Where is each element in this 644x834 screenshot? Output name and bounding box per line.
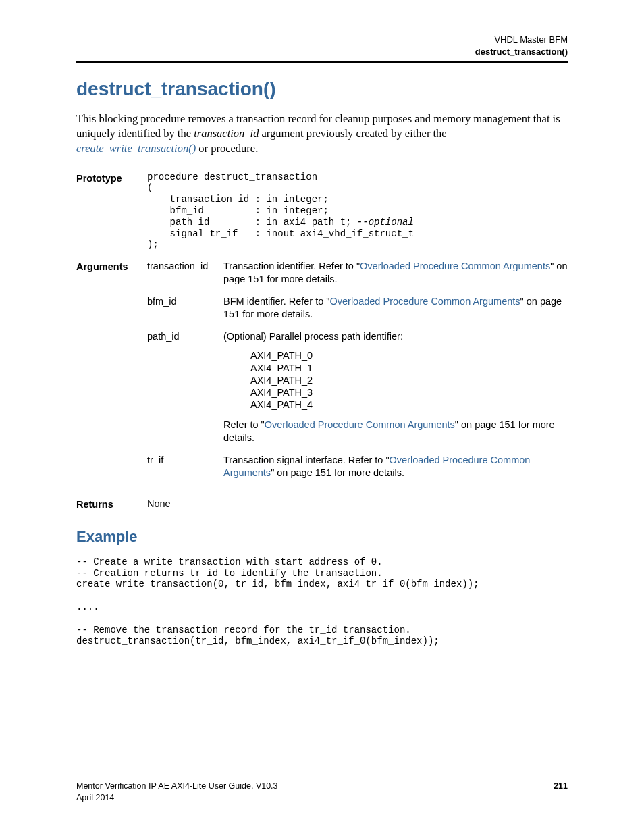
arg-desc-pre: Transaction identifier. Refer to " bbox=[223, 261, 360, 271]
arg-row-transaction-id: transaction_id Transaction identifier. R… bbox=[147, 260, 568, 286]
arg-name: transaction_id bbox=[147, 260, 223, 273]
intro-italic: transaction_id bbox=[194, 127, 259, 140]
arg-desc-post: " on page 151 for more details. bbox=[271, 467, 404, 478]
arguments-section: Arguments transaction_id Transaction ide… bbox=[76, 260, 568, 488]
arg-row-tr-if: tr_if Transaction signal interface. Refe… bbox=[147, 454, 568, 479]
prototype-code: procedure destruct_transaction ( transac… bbox=[147, 172, 568, 251]
overloaded-args-link[interactable]: Overloaded Procedure Common Arguments bbox=[360, 261, 550, 271]
page-title: destruct_transaction() bbox=[76, 76, 568, 102]
intro-text-2: argument previously created by either th… bbox=[259, 127, 446, 140]
arg-row-path-id: path_id (Optional) Parallel process path… bbox=[147, 330, 568, 444]
arg-desc-pre: Refer to " bbox=[223, 419, 265, 430]
returns-section: Returns None bbox=[76, 498, 568, 512]
arg-desc-pre: BFM identifier. Refer to " bbox=[223, 296, 329, 307]
footer-date: April 2014 bbox=[76, 792, 278, 804]
intro-text-3: or procedure. bbox=[196, 142, 258, 155]
prototype-code-1: procedure destruct_transaction ( transac… bbox=[147, 172, 357, 228]
overloaded-args-link[interactable]: Overloaded Procedure Common Arguments bbox=[265, 419, 455, 430]
arguments-label: Arguments bbox=[76, 260, 147, 274]
arg-row-bfm-id: bfm_id BFM identifier. Refer to "Overloa… bbox=[147, 295, 568, 321]
arg-desc: Transaction signal interface. Refer to "… bbox=[223, 454, 568, 479]
arg-desc: BFM identifier. Refer to "Overloaded Pro… bbox=[223, 295, 568, 321]
header-section: destruct_transaction() bbox=[76, 46, 568, 58]
intro-paragraph: This blocking procedure removes a transa… bbox=[76, 111, 568, 157]
arg-name: bfm_id bbox=[147, 295, 223, 309]
prototype-comment: --optional bbox=[357, 217, 414, 228]
returns-value: None bbox=[147, 498, 568, 511]
arg-desc: Transaction identifier. Refer to "Overlo… bbox=[223, 260, 568, 286]
footer-rule bbox=[76, 777, 568, 777]
footer-doc-title: Mentor Verification IP AE AXI4-Lite User… bbox=[76, 781, 278, 792]
example-code: -- Create a write transaction with start… bbox=[76, 556, 568, 647]
arg-name: tr_if bbox=[147, 454, 223, 467]
overloaded-args-link[interactable]: Overloaded Procedure Common Arguments bbox=[329, 296, 520, 307]
arg-desc-paths: AXI4_PATH_0 AXI4_PATH_1 AXI4_PATH_2 AXI4… bbox=[250, 349, 568, 411]
arg-desc-pre: Transaction signal interface. Refer to " bbox=[223, 454, 390, 465]
header-rule bbox=[76, 61, 568, 63]
prototype-label: Prototype bbox=[76, 172, 147, 186]
create-write-transaction-link[interactable]: create_write_transaction() bbox=[76, 142, 196, 155]
arg-desc-optional: (Optional) Parallel process path identif… bbox=[223, 330, 568, 343]
footer-page-number: 211 bbox=[554, 781, 568, 804]
arg-name: path_id bbox=[147, 330, 223, 344]
prototype-section: Prototype procedure destruct_transaction… bbox=[76, 172, 568, 251]
prototype-code-2: signal tr_if : inout axi4_vhd_if_struct_… bbox=[147, 228, 414, 251]
example-heading: Example bbox=[76, 527, 568, 547]
returns-label: Returns bbox=[76, 498, 147, 512]
arg-desc: (Optional) Parallel process path identif… bbox=[223, 330, 568, 444]
header-chapter: VHDL Master BFM bbox=[76, 34, 568, 46]
